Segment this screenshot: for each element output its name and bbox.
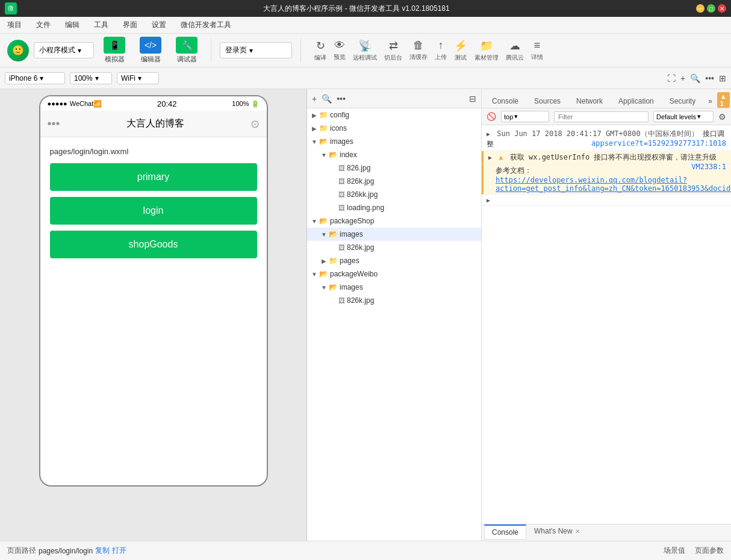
tree-label-826kjpg: 826k.jpg: [347, 177, 374, 185]
nav-record-icon[interactable]: ⊙: [250, 117, 260, 131]
scene-label[interactable]: 场景值: [664, 546, 685, 556]
mode-selector[interactable]: 小程序模式 ▾: [34, 42, 94, 58]
tree-item-pw-826kjpg[interactable]: 🖼 826k.jpg: [307, 294, 481, 307]
tree-item-index[interactable]: ▼ 📂 index: [307, 148, 481, 161]
tab-console[interactable]: Console: [484, 94, 526, 108]
compile-button[interactable]: ↻ 编译: [314, 39, 326, 62]
file-tree-toolbar: + 🔍 ••• ⊟: [307, 89, 481, 108]
expand-arrow-2[interactable]: ▶: [488, 154, 492, 161]
wifi-icon: 📶: [93, 100, 102, 108]
more-tree-icon[interactable]: •••: [337, 94, 346, 104]
copy-button[interactable]: 复制: [95, 546, 110, 556]
tab-sources[interactable]: Sources: [526, 94, 568, 108]
tree-item-packageshop-pages[interactable]: ▶ 📁 pages: [307, 254, 481, 267]
bottom-tab-close-icon[interactable]: ✕: [575, 528, 580, 535]
menu-project[interactable]: 项目: [5, 19, 24, 31]
add-page-icon[interactable]: +: [680, 73, 685, 83]
tree-label-ps-826kjpg: 826k.jpg: [347, 243, 374, 252]
tab-more[interactable]: »: [703, 95, 717, 108]
simulator-button[interactable]: 📱 模拟器: [99, 34, 130, 66]
preview-label: 预览: [334, 53, 346, 61]
file-icon-826kjpg: 🖼: [338, 178, 345, 185]
new-file-icon[interactable]: +: [312, 94, 317, 104]
expand-arrow-bottom[interactable]: ▶: [487, 197, 490, 204]
tree-item-icons[interactable]: ▶ 📁 icons: [307, 122, 481, 135]
shop-goods-button[interactable]: shopGoods: [50, 231, 257, 258]
console-source-warn[interactable]: VM2338:1: [691, 163, 726, 171]
menu-tools[interactable]: 工具: [92, 19, 111, 31]
close-button[interactable]: ✕: [718, 4, 726, 13]
tree-item-loadingpng[interactable]: 🖼 loading.png: [307, 201, 481, 214]
background-button[interactable]: ⇄ 切后台: [384, 39, 402, 62]
tree-item-packageshop[interactable]: ▼ 📂 packageShop: [307, 214, 481, 228]
tree-item-config[interactable]: ▶ 📁 config: [307, 108, 481, 122]
more-icon[interactable]: •••: [705, 73, 714, 83]
upload-button[interactable]: ↑ 上传: [435, 39, 447, 61]
background-icon: ⇄: [389, 39, 398, 52]
console-body: ▶ Sun Jun 17 2018 20:41:17 GMT+0800（中国标准…: [482, 125, 731, 524]
zoom-selector[interactable]: 100% ▾: [70, 72, 112, 84]
warn-icon: ▲: [499, 153, 503, 161]
filter-input[interactable]: [554, 111, 649, 122]
tree-item-826kjpg[interactable]: 🖼 826k.jpg: [307, 175, 481, 188]
details-button[interactable]: ≡ 详情: [531, 39, 543, 61]
menu-wechat-devtools[interactable]: 微信开发者工具: [178, 19, 234, 31]
menu-file[interactable]: 文件: [34, 19, 53, 31]
console-source-1[interactable]: appservice?t=1529239277317:1018: [591, 139, 726, 148]
primary-button[interactable]: primary: [50, 163, 257, 191]
menu-edit[interactable]: 编辑: [63, 19, 82, 31]
collapse-tree-icon[interactable]: ⊟: [469, 94, 476, 104]
minimize-button[interactable]: ─: [696, 4, 705, 13]
debugger-label: 调试器: [177, 55, 197, 64]
context-selector[interactable]: top ▾: [501, 111, 549, 122]
tree-item-packageweibo-images[interactable]: ▼ 📂 images: [307, 281, 481, 294]
dock-icon[interactable]: ⊞: [719, 73, 726, 83]
toolbar-right: ↻ 编译 👁 预览 📡 远程调试 ⇄ 切后台 🗑 清缓存 ↑ 上传 ⚡ 测试 📁: [314, 39, 543, 62]
zoom-label: 100%: [74, 74, 93, 82]
console-link[interactable]: https://developers.weixin.qq.com/blogdet…: [496, 176, 731, 193]
console-settings-icon[interactable]: ⚙: [718, 112, 726, 122]
user-avatar[interactable]: 🙂: [7, 40, 29, 61]
menu-interface[interactable]: 界面: [120, 19, 140, 31]
tree-item-packageshop-images[interactable]: ▼ 📂 images: [307, 228, 481, 241]
remote-debug-button[interactable]: 📡 远程调试: [353, 39, 377, 62]
clear-console-icon[interactable]: 🚫: [487, 112, 496, 121]
network-selector[interactable]: WiFi ▾: [117, 72, 159, 84]
menu-settings[interactable]: 设置: [149, 19, 169, 31]
login-selector[interactable]: 登录页 ▾: [220, 42, 292, 58]
device-selector[interactable]: iPhone 6 ▾: [5, 72, 65, 84]
open-button[interactable]: 打开: [112, 546, 126, 556]
tab-network[interactable]: Network: [568, 94, 611, 108]
login-button[interactable]: login: [50, 197, 257, 225]
asset-manager-button[interactable]: 📁 素材管理: [474, 39, 499, 62]
tab-application[interactable]: Application: [611, 94, 662, 108]
maximize-button[interactable]: □: [707, 4, 715, 13]
folder-icon-packageshop: 📂: [319, 217, 328, 225]
tencent-cloud-button[interactable]: ☁ 腾讯云: [506, 39, 524, 62]
tree-item-826kkjpg[interactable]: 🖼 826kk.jpg: [307, 188, 481, 201]
tab-security[interactable]: Security: [662, 94, 703, 108]
editor-button[interactable]: </> 编辑器: [135, 34, 166, 66]
search-tree-icon[interactable]: 🔍: [322, 94, 332, 104]
tree-item-826jpg[interactable]: 🖼 826.jpg: [307, 161, 481, 175]
console-toolbar: 🚫 top ▾ Default levels ▾ ⚙: [482, 108, 731, 125]
debugger-button[interactable]: 🔧 调试器: [171, 34, 202, 66]
level-selector[interactable]: Default levels ▾: [653, 111, 714, 122]
tree-item-images[interactable]: ▼ 📂 images: [307, 135, 481, 148]
tree-item-packageweibo[interactable]: ▼ 📂 packageWeibo: [307, 267, 481, 281]
network-label: WiFi: [121, 74, 135, 82]
preview-button[interactable]: 👁 预览: [334, 39, 346, 61]
clear-cache-button[interactable]: 🗑 清缓存: [409, 39, 428, 61]
bottom-tab-console[interactable]: Console: [484, 524, 526, 540]
tree-item-ps-826kjpg[interactable]: 🖼 826k.jpg: [307, 241, 481, 254]
tree-label-config: config: [330, 111, 349, 119]
search-icon[interactable]: 🔍: [690, 73, 700, 83]
nav-dots[interactable]: •••: [48, 117, 60, 131]
tree-label-pw-826kjpg: 826k.jpg: [347, 296, 374, 305]
fullscreen-icon[interactable]: ⛶: [667, 73, 676, 83]
page-params-label[interactable]: 页面参数: [695, 546, 724, 556]
arrow-packageweibo: ▼: [310, 271, 319, 278]
bottom-tab-whatsnew[interactable]: What's New ✕: [526, 524, 588, 538]
test-button[interactable]: ⚡ 测试: [454, 39, 467, 62]
expand-arrow-1[interactable]: ▶: [487, 131, 490, 137]
